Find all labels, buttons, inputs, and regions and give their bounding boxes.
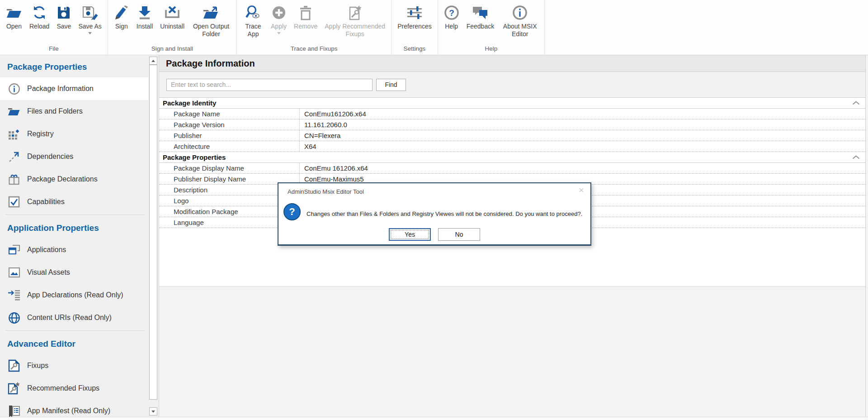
ribbon-group-label: Help [441,43,542,55]
chevron-up-icon[interactable] [852,101,860,105]
open-button[interactable]: Open [3,3,25,31]
fixups-wrench-star-icon [347,4,363,21]
ribbon-group-help: ? Help Feedback About MSIX Editor Help [438,0,545,55]
yes-button[interactable]: Yes [389,228,431,241]
ribbon-group-label: Settings [394,43,434,55]
sidebar-item-package-declarations[interactable]: Package Declarations [0,168,148,191]
sidebar-item-app-manifest[interactable]: App Manifest (Read Only) [0,400,148,417]
row-value[interactable]: 11.161.2060.0 [300,119,865,130]
sidebar-item-label: Registry [27,130,54,138]
sidebar-item-app-declarations[interactable]: App Declarations (Read Only) [0,284,148,306]
sidebar-item-files-and-folders[interactable]: Files and Folders [0,100,148,123]
folder-icon [7,106,21,117]
search-input[interactable] [166,79,373,91]
remove-button-label: Remove [294,23,317,30]
triangle-up-icon [151,60,155,62]
sidebar-separator [5,330,145,331]
svg-text:?: ? [449,8,454,18]
ribbon-toolbar: Open Reload Save Save As [0,0,868,55]
save-button[interactable]: Save [53,3,74,31]
chevron-up-icon[interactable] [852,155,860,159]
open-output-folder-button[interactable]: Open Output Folder [189,3,234,38]
sidebar-item-applications[interactable]: Applications [0,239,148,261]
sidebar-item-label: App Manifest (Read Only) [27,407,110,415]
sidebar-separator [5,215,145,215]
close-icon[interactable]: × [579,185,584,195]
sidebar-item-label: App Declarations (Read Only) [27,291,123,299]
open-folder-icon [6,4,22,21]
row-label: Package Version [159,119,300,130]
fixups-icon [7,359,21,372]
feedback-bubbles-icon [472,4,489,21]
preferences-button[interactable]: Preferences [394,3,434,31]
scrollbar-thumb[interactable] [149,65,157,400]
dialog-title: AdminStudio Msix Editor Tool [288,188,364,195]
uninstall-icon [164,4,180,21]
scroll-up-button[interactable] [149,57,157,65]
trace-app-icon [245,4,261,21]
install-button[interactable]: Install [133,3,156,31]
no-button[interactable]: No [438,228,480,241]
sidebar-item-recommended-fixups[interactable]: Recommended Fixups [0,377,148,400]
save-as-button[interactable]: Save As [75,3,104,35]
reload-button[interactable]: Reload [26,3,52,31]
feedback-button[interactable]: Feedback [463,3,497,31]
row-value[interactable]: ConEmu161206.x64 [300,109,865,119]
table-row: Package Name ConEmu161206.x64 [159,109,865,119]
sidebar-item-label: Applications [27,246,66,254]
uninstall-button[interactable]: Uninstall [157,3,188,31]
globe-icon [7,312,21,324]
app-manifest-icon [7,405,21,417]
sidebar-item-fixups[interactable]: Fixups [0,354,148,377]
question-icon: ? [283,203,301,220]
triangle-down-icon [151,410,155,413]
apply-button-label: Apply [271,23,287,30]
sidebar-item-label: Content URIs (Read Only) [27,314,112,322]
sidebar-scrollbar[interactable] [148,55,158,417]
window-bottom-strip [0,417,868,420]
sign-button[interactable]: Sign [111,3,132,31]
save-icon [57,4,71,21]
table-row: Architecture X64 [159,141,865,152]
about-msix-editor-button[interactable]: About MSIX Editor [498,3,542,38]
open-output-folder-button-label: Open Output Folder [192,23,231,38]
sidebar-item-dependencies[interactable]: Dependencies [0,145,148,168]
find-button[interactable]: Find [376,79,406,91]
sidebar-item-visual-assets[interactable]: Visual Assets [0,261,148,284]
save-as-icon [82,4,98,21]
save-as-button-label: Save As [78,23,101,30]
sidebar-item-content-uris[interactable]: Content URIs (Read Only) [0,306,148,329]
sidebar-item-registry[interactable]: Registry [0,123,148,145]
ribbon-group-sign-and-install: Sign Install Uninstall Open Output Folde… [108,0,237,55]
sidebar-section-title: Application Properties [0,216,148,239]
about-msix-editor-button-label: About MSIX Editor [501,23,538,38]
trash-icon [299,4,312,21]
row-value[interactable]: ConEmu 161206.x64 [300,163,865,173]
row-label: Publisher [159,130,300,141]
row-value[interactable]: X64 [300,141,865,152]
section-header-package-properties: Package Properties [159,152,865,163]
sidebar-item-package-information[interactable]: Package Information [0,77,148,100]
dialog-buttons: Yes No [278,228,590,241]
sidebar-item-capabilities[interactable]: Capabilities [0,191,148,213]
help-button[interactable]: ? Help [441,3,462,31]
uninstall-button-label: Uninstall [160,23,184,30]
chevron-down-icon[interactable] [88,32,92,34]
scroll-down-button[interactable] [149,407,157,415]
help-button-label: Help [445,23,458,30]
sidebar-item-label: Files and Folders [27,107,83,115]
sidebar-item-label: Recommended Fixups [27,384,99,392]
page-title: Package Information [166,58,255,69]
row-value[interactable]: CN=Flexera [300,130,865,141]
dialog-message: Changes other than Files & Folders and R… [307,210,582,217]
apply-recommended-fixups-button-label: Apply Recommended Fixups [325,23,385,38]
search-bar: Find [159,72,865,97]
applications-icon [7,244,21,255]
sidebar-item-label: Package Information [27,85,94,93]
gift-icon [7,173,21,186]
page-title-bar: Package Information [159,55,865,72]
content-background [159,286,865,417]
sidebar-item-label: Package Declarations [27,175,98,183]
ribbon-group-trace-and-fixups: Trace App Apply Remove Apply Recommend [237,0,392,55]
trace-app-button[interactable]: Trace App [240,3,267,38]
